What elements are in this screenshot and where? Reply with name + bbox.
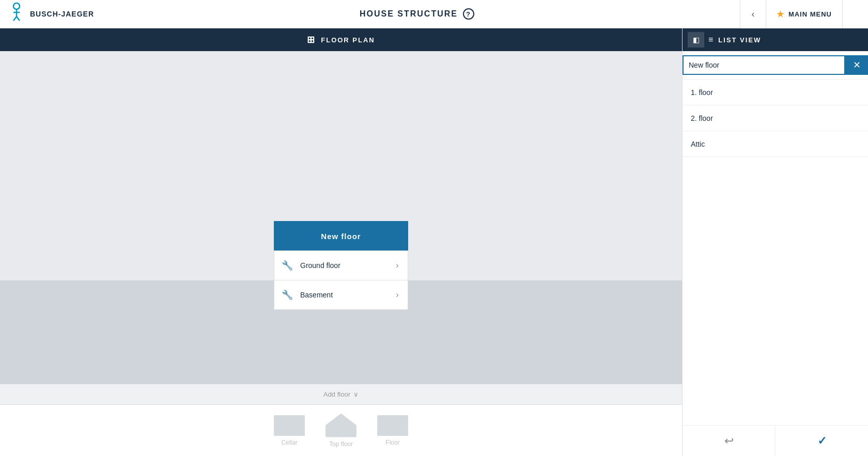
back-arrow-icon: ↩ [724,434,734,448]
logo-area: BUSCH-JAEGER [8,2,94,26]
svg-line-4 [17,17,20,21]
list-view-title-text: LIST VIEW [718,36,761,44]
list-view-footer: ↩ ✓ [683,425,868,456]
footer-back-button[interactable]: ↩ [683,426,776,456]
topfloor-label: Top floor [329,441,353,448]
floor-item-basement-label: Basement [300,291,387,299]
chevron-right-icon-basement: › [387,290,408,300]
list-view-search-area: ✕ [683,51,868,80]
floor-item-ground-label: Ground floor [300,261,387,270]
floor-plan-panel: ⊞ FLOOR PLAN New floor 🔧 Ground floor › … [0,28,682,456]
floor-type-cellar[interactable]: Cellar [274,415,305,446]
floor-plan-title: FLOOR PLAN [321,36,375,44]
logo-icon [8,2,25,26]
wrench-icon-basement: 🔧 [274,289,300,301]
header-right-controls: ‹ ★ MAIN MENU [740,0,868,28]
search-clear-button[interactable]: ✕ [845,55,868,75]
floor-type-topfloor[interactable]: Top floor [326,414,357,448]
list-icon: ≡ [708,35,714,44]
list-view-items: 1. floor 2. floor Attic [683,80,868,425]
cellar-label: Cellar [281,439,297,446]
search-input[interactable] [683,55,845,75]
list-view-panel: ◧ ≡ LIST VIEW ✕ 1. floor 2. floor Attic … [682,28,868,456]
floor-item-basement[interactable]: 🔧 Basement › [274,280,408,310]
svg-line-3 [13,17,17,21]
app-header: BUSCH-JAEGER HOUSE STRUCTURE ? ‹ ★ MAIN … [0,0,868,28]
floor-type-floor[interactable]: Floor [377,415,408,446]
list-item-2floor[interactable]: 2. floor [683,105,868,131]
floor-item-ground[interactable]: 🔧 Ground floor › [274,250,408,280]
confirm-check-icon: ✓ [817,434,827,448]
header-back-button[interactable]: ‹ [740,0,766,28]
help-button[interactable]: ? [463,8,474,20]
logo-text: BUSCH-JAEGER [30,10,94,18]
main-menu-label: MAIN MENU [788,10,832,18]
add-floor-bar[interactable]: Add floor ∨ [0,384,682,404]
wrench-icon: 🔧 [274,260,300,271]
floor-plan-icon: ⊞ [307,34,316,45]
new-floor-button[interactable]: New floor [274,221,408,251]
cellar-shape [274,415,305,436]
footer-confirm-button[interactable]: ✓ [776,426,868,456]
header-extra-button[interactable] [842,0,868,28]
add-floor-label: Add floor [323,390,350,398]
topfloor-shape [326,414,357,437]
add-floor-chevron-icon: ∨ [353,390,359,398]
svg-point-0 [13,3,20,9]
star-icon: ★ [777,9,784,19]
list-item-attic-label: Attic [691,140,705,148]
list-item-attic[interactable]: Attic [683,131,868,157]
chevron-right-icon: › [387,261,408,270]
list-view-header: ◧ ≡ LIST VIEW [683,28,868,51]
floor-label: Floor [385,439,399,446]
list-view-title: ≡ LIST VIEW [708,35,863,44]
list-item-1floor-label: 1. floor [691,88,713,97]
header-title-area: HOUSE STRUCTURE ? [360,8,474,20]
floor-plan-header: ⊞ FLOOR PLAN [0,28,682,51]
main-menu-button[interactable]: ★ MAIN MENU [766,0,842,28]
page-title: HOUSE STRUCTURE [360,9,458,19]
collapse-button[interactable]: ◧ [688,32,704,48]
list-item-2floor-label: 2. floor [691,114,713,122]
floor-shape [377,415,408,436]
list-item-1floor[interactable]: 1. floor [683,80,868,105]
main-layout: ⊞ FLOOR PLAN New floor 🔧 Ground floor › … [0,28,868,456]
floor-type-bar: Cellar Top floor Floor [0,404,682,456]
